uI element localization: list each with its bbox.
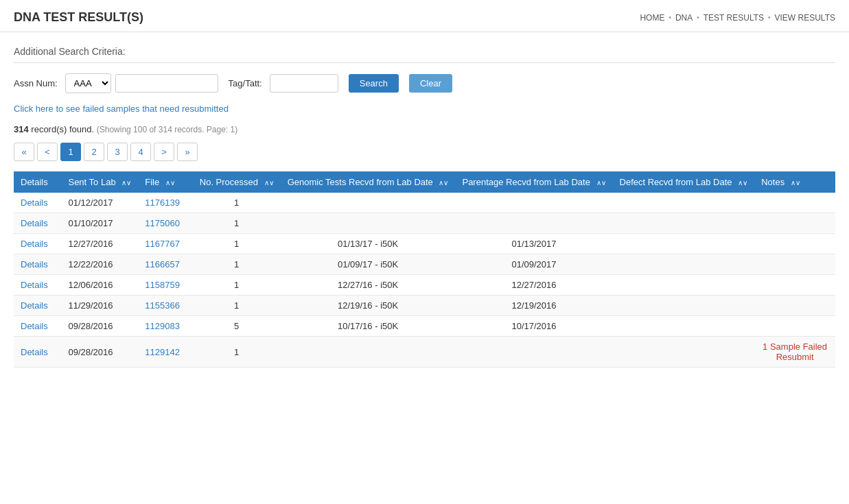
cell-parentage-1 [455, 213, 612, 234]
table-row: Details 09/28/2016 1129142 1 1 Sample Fa… [14, 337, 835, 368]
cell-details-6: Details [14, 316, 61, 337]
col-defect[interactable]: Defect Recvd from Lab Date ∧∨ [613, 171, 755, 193]
cell-genomic-6: 10/17/16 - i50K [281, 316, 456, 337]
file-link-0[interactable]: 1176139 [145, 197, 180, 208]
page-prev[interactable]: < [37, 143, 58, 161]
cell-details-4: Details [14, 275, 61, 296]
breadcrumb-home[interactable]: HOME [640, 13, 664, 23]
breadcrumb-sep-1: • [668, 14, 671, 21]
details-link-6[interactable]: Details [21, 321, 48, 331]
file-link-1[interactable]: 1175060 [145, 218, 180, 228]
sort-sent-icon: ∧∨ [121, 180, 131, 187]
details-link-4[interactable]: Details [21, 280, 48, 290]
results-table: Details Sent To Lab ∧∨ File ∧∨ No. Proce… [14, 171, 835, 368]
col-details: Details [14, 171, 61, 193]
page-next[interactable]: > [154, 143, 174, 161]
sort-num-icon: ∧∨ [264, 180, 274, 187]
cell-genomic-2: 01/13/17 - i50K [281, 234, 456, 254]
cell-file-3: 1166657 [138, 254, 193, 275]
assn-group: Assn Num: AAA BBB CCC [14, 73, 218, 93]
page-first[interactable]: « [14, 143, 34, 161]
cell-defect-6 [613, 316, 755, 337]
cell-file-1: 1175060 [138, 213, 193, 234]
col-no-processed[interactable]: No. Processed ∧∨ [193, 171, 281, 193]
details-link-3[interactable]: Details [21, 259, 48, 269]
table-row: Details 12/27/2016 1167767 1 01/13/17 - … [14, 234, 835, 254]
file-link-5[interactable]: 1155366 [145, 300, 180, 311]
cell-sent-7: 09/28/2016 [61, 337, 138, 368]
cell-genomic-1 [281, 213, 456, 234]
cell-sent-1: 01/10/2017 [61, 213, 138, 234]
sort-parentage-icon: ∧∨ [596, 180, 606, 187]
breadcrumb-sep-3: • [768, 14, 771, 21]
cell-defect-0 [613, 193, 755, 213]
table-row: Details 12/22/2016 1166657 1 01/09/17 - … [14, 254, 835, 275]
cell-genomic-7 [281, 337, 456, 368]
cell-notes-2 [754, 234, 835, 254]
tag-tatt-input[interactable] [270, 74, 338, 93]
details-link-2[interactable]: Details [21, 239, 48, 249]
cell-num-3: 1 [193, 254, 281, 275]
col-parentage[interactable]: Parentage Recvd from Lab Date ∧∨ [455, 171, 612, 193]
cell-num-1: 1 [193, 213, 281, 234]
cell-defect-7 [613, 337, 755, 368]
tag-tatt-label: Tag/Tatt: [229, 78, 262, 88]
breadcrumb-sep-2: • [697, 14, 699, 21]
assn-num-input[interactable] [115, 74, 218, 93]
col-genomic[interactable]: Genomic Tests Recvd from Lab Date ∧∨ [281, 171, 456, 193]
clear-button[interactable]: Clear [409, 74, 452, 93]
cell-notes-7: 1 Sample FailedResubmit [754, 337, 835, 368]
cell-file-5: 1155366 [138, 296, 193, 316]
cell-file-6: 1129083 [138, 316, 193, 337]
cell-sent-2: 12/27/2016 [61, 234, 138, 254]
cell-details-5: Details [14, 296, 61, 316]
sort-notes-icon: ∧∨ [791, 180, 800, 187]
file-link-7[interactable]: 1129142 [145, 347, 180, 357]
details-link-0[interactable]: Details [21, 197, 48, 208]
col-file[interactable]: File ∧∨ [138, 171, 193, 193]
details-link-5[interactable]: Details [21, 300, 48, 311]
file-link-2[interactable]: 1167767 [145, 239, 180, 249]
cell-sent-0: 01/12/2017 [61, 193, 138, 213]
file-link-6[interactable]: 1129083 [145, 321, 180, 331]
page-last[interactable]: » [177, 143, 198, 161]
cell-genomic-0 [281, 193, 456, 213]
breadcrumb-view-results[interactable]: VIEW RESULTS [775, 13, 835, 23]
cell-defect-2 [613, 234, 755, 254]
cell-genomic-3: 01/09/17 - i50K [281, 254, 456, 275]
cell-defect-5 [613, 296, 755, 316]
cell-num-2: 1 [193, 234, 281, 254]
records-sub-info: (Showing 100 of 314 records. Page: 1) [97, 125, 237, 134]
search-bar: Assn Num: AAA BBB CCC Tag/Tatt: Search C… [14, 73, 835, 93]
col-sent-to-lab[interactable]: Sent To Lab ∧∨ [61, 171, 138, 193]
search-button[interactable]: Search [349, 74, 399, 93]
details-link-1[interactable]: Details [21, 218, 48, 228]
table-row: Details 09/28/2016 1129083 5 10/17/16 - … [14, 316, 835, 337]
cell-defect-3 [613, 254, 755, 275]
failed-samples-link[interactable]: Click here to see failed samples that ne… [14, 104, 835, 114]
details-link-7[interactable]: Details [21, 347, 48, 357]
page-1[interactable]: 1 [60, 143, 81, 161]
breadcrumb-test-results[interactable]: TEST RESULTS [703, 13, 764, 23]
file-link-4[interactable]: 1158759 [145, 280, 180, 290]
page-3[interactable]: 3 [107, 143, 128, 161]
cell-parentage-0 [455, 193, 612, 213]
cell-num-7: 1 [193, 337, 281, 368]
page-2[interactable]: 2 [84, 143, 104, 161]
cell-defect-4 [613, 275, 755, 296]
assn-num-select[interactable]: AAA BBB CCC [65, 73, 111, 93]
cell-sent-4: 12/06/2016 [61, 275, 138, 296]
col-notes[interactable]: Notes ∧∨ [754, 171, 835, 193]
assn-num-label: Assn Num: [14, 78, 58, 88]
cell-parentage-5: 12/19/2016 [455, 296, 612, 316]
file-link-3[interactable]: 1166657 [145, 259, 180, 269]
page-4[interactable]: 4 [130, 143, 151, 161]
tag-group: Tag/Tatt: [229, 74, 338, 93]
cell-num-4: 1 [193, 275, 281, 296]
breadcrumb-dna[interactable]: DNA [675, 13, 693, 23]
cell-num-5: 1 [193, 296, 281, 316]
cell-notes-1 [754, 213, 835, 234]
cell-notes-3 [754, 254, 835, 275]
cell-file-7: 1129142 [138, 337, 193, 368]
sort-genomic-icon: ∧∨ [439, 180, 448, 187]
